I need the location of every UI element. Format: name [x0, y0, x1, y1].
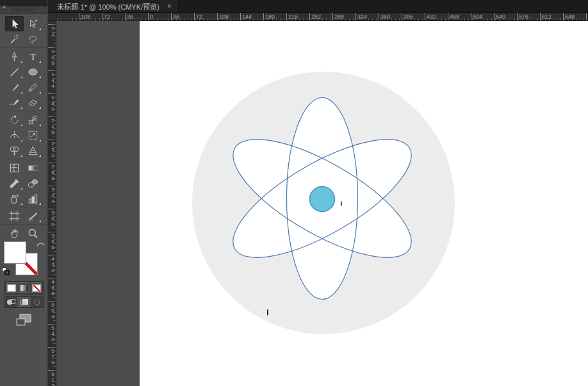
h-ruler-label: 0 — [148, 13, 153, 20]
h-ruler-label: 324 — [355, 13, 367, 20]
ellipse-tool-icon — [27, 66, 39, 78]
fill-stroke-controls — [0, 239, 48, 279]
width-tool-icon — [8, 129, 20, 141]
tool-width[interactable] — [5, 127, 24, 143]
color-button[interactable] — [6, 282, 17, 293]
v-ruler-label: 252 — [48, 140, 56, 158]
draw-normal-button[interactable] — [5, 297, 18, 307]
document-tab-bar: 未标题-1* @ 100% (CMYK/预览) × — [48, 0, 588, 13]
v-ruler-label: 576 — [48, 347, 56, 366]
h-ruler-label: 360 — [379, 13, 390, 20]
h-ruler-label: 576 — [517, 13, 528, 20]
tool-group — [0, 15, 47, 48]
v-ruler-label: 72 — [48, 24, 56, 37]
none-button[interactable] — [31, 282, 42, 293]
column-graph-tool-icon — [27, 193, 39, 205]
draw-inside-icon — [34, 300, 40, 305]
draw-behind-button[interactable] — [18, 297, 31, 307]
perspective-grid-tool-icon — [27, 145, 39, 157]
h-ruler-label: 216 — [286, 13, 298, 20]
h-ruler-label: 540 — [494, 13, 505, 20]
stray-mark — [267, 310, 268, 316]
tab-close-icon[interactable]: × — [167, 3, 172, 10]
rotate-tool-icon — [8, 114, 20, 126]
tool-artboard[interactable] — [5, 208, 24, 223]
tools-panel-header: « — [0, 0, 47, 6]
v-ruler-label: 288 — [48, 163, 56, 181]
tool-line-segment[interactable] — [5, 64, 24, 79]
tool-blend[interactable] — [24, 175, 42, 191]
pencil-tool-icon — [27, 81, 39, 93]
tools-panel-drag-handle[interactable] — [0, 6, 47, 14]
h-ruler-label: 108 — [79, 13, 90, 20]
tools-panel: « T — [0, 0, 48, 386]
screen-mode-icon — [13, 312, 34, 328]
drawing-mode-buttons — [4, 296, 44, 308]
tool-gradient[interactable] — [24, 160, 42, 175]
h-ruler-label: 648 — [563, 13, 575, 20]
slice-tool-icon — [27, 210, 39, 222]
fill-swatch[interactable] — [4, 241, 26, 264]
h-ruler-label: 288 — [332, 13, 344, 20]
tool-lasso[interactable] — [24, 31, 42, 47]
tool-column-graph[interactable] — [24, 191, 42, 206]
tool-rotate[interactable] — [5, 112, 24, 127]
tool-group: T — [0, 48, 47, 111]
tool-shaper[interactable] — [5, 95, 24, 110]
h-ruler-label: 612 — [540, 13, 551, 20]
tool-direct-selection[interactable] — [24, 16, 42, 31]
v-ruler-label: 504 — [48, 301, 56, 319]
document-tab[interactable]: 未标题-1* @ 100% (CMYK/预览) × — [48, 0, 179, 12]
tool-symbol-sprayer[interactable] — [5, 191, 24, 206]
symbol-sprayer-tool-icon — [8, 193, 20, 205]
appearance-buttons — [4, 281, 44, 294]
tool-magic-wand[interactable] — [5, 31, 24, 47]
gradient-button[interactable] — [19, 282, 30, 293]
type-tool-icon: T — [27, 51, 39, 63]
h-ruler-label: 468 — [448, 13, 459, 20]
paintbrush-tool-icon — [8, 81, 20, 93]
tool-slice[interactable] — [24, 208, 42, 223]
tool-hand[interactable] — [5, 225, 24, 241]
default-fill-stroke-icon[interactable] — [2, 268, 10, 276]
v-ruler-label: 612 — [48, 370, 56, 386]
pen-tool-icon — [8, 51, 20, 63]
swap-fill-stroke-icon[interactable] — [36, 241, 45, 248]
horizontal-ruler[interactable]: 1087236036721081441802162522883243603964… — [56, 13, 588, 21]
eraser-tool-icon — [27, 97, 39, 109]
ruler-origin-corner[interactable] — [48, 13, 56, 21]
draw-inside-button[interactable] — [31, 297, 43, 307]
selection-tool-icon — [8, 18, 20, 30]
tool-free-transform[interactable] — [24, 127, 42, 143]
tool-pen[interactable] — [5, 49, 24, 64]
canvas-area[interactable] — [56, 21, 588, 386]
artboard-tool-icon — [8, 210, 20, 222]
tool-ellipse[interactable] — [24, 64, 42, 79]
v-ruler-label: 108 — [48, 47, 56, 66]
tool-zoom[interactable] — [24, 225, 42, 241]
tool-eyedropper[interactable] — [5, 175, 24, 191]
tool-eraser[interactable] — [24, 95, 42, 110]
tool-shape-builder[interactable] — [5, 143, 24, 158]
document-tab-title: 未标题-1* @ 100% (CMYK/预览) — [57, 1, 159, 12]
vertical-ruler[interactable]: 7210814418021625228832436039643246850454… — [48, 21, 56, 386]
h-ruler-label: 72 — [102, 13, 110, 20]
tool-mesh[interactable] — [5, 160, 24, 175]
tool-pencil[interactable] — [24, 79, 42, 95]
tool-selection[interactable] — [5, 16, 24, 31]
collapse-panel-icon[interactable]: « — [0, 4, 6, 10]
atom-nucleus[interactable] — [310, 187, 335, 212]
mesh-tool-icon — [8, 162, 20, 174]
drag-dots-icon — [12, 8, 35, 12]
tool-perspective-grid[interactable] — [24, 143, 42, 158]
tool-group — [0, 207, 47, 225]
screen-mode-button[interactable] — [13, 312, 34, 328]
tool-group — [0, 159, 47, 207]
magic-wand-tool-icon — [8, 33, 20, 45]
line-segment-tool-icon — [8, 66, 20, 78]
tools-grid: T — [0, 14, 47, 241]
tool-paintbrush[interactable] — [5, 79, 24, 95]
tool-type[interactable]: T — [24, 49, 42, 64]
tool-scale[interactable] — [24, 112, 42, 127]
tool-group — [0, 111, 47, 159]
